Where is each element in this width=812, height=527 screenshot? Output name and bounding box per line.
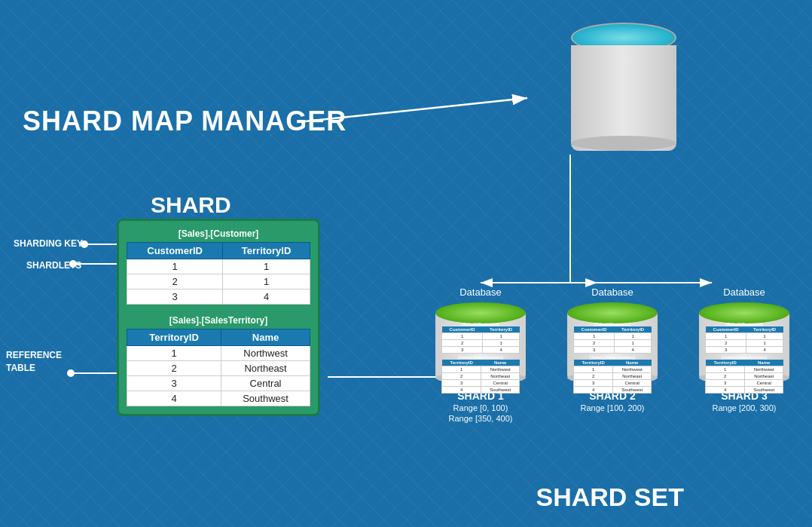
shard-2-db-label: Database <box>591 286 633 298</box>
shards-row: Database [Sales].[Customer] CustomerIDTe… <box>428 286 797 423</box>
shard-3-db-label: Database <box>723 286 765 298</box>
shard-2-range: Range [100, 200) <box>580 403 644 412</box>
territory-table: TerritoryID Name 1 Northwest 2 Northeast… <box>127 329 310 406</box>
svg-point-13 <box>67 369 75 377</box>
shard-3-cylinder: [Sales].[Customer] CustomerIDTerritoryID… <box>699 302 789 385</box>
shard-2-tables: [Sales].[Customer] CustomerIDTerritoryID… <box>573 322 652 395</box>
top-cylinder-database <box>571 23 676 151</box>
customer-table-title: [Sales].[Customer] <box>127 228 310 239</box>
customer-header-territory: TerritoryID <box>223 243 310 259</box>
shard-label: SHARD <box>151 192 231 218</box>
shard-1-item: Database [Sales].[Customer] CustomerIDTe… <box>428 286 533 423</box>
table-row: 1 1 <box>127 259 310 274</box>
shard-1-cylinder: [Sales].[Customer] CustomerIDTerritoryID… <box>435 302 526 385</box>
shard-2-cylinder: [Sales].[Customer] CustomerIDTerritoryID… <box>567 302 658 385</box>
shard-map-manager-title: SHARD MAP MANAGER <box>23 106 346 137</box>
table-row: 4 Southwest <box>127 391 310 406</box>
shard-1-tables: [Sales].[Customer] CustomerIDTerritoryID… <box>441 322 520 395</box>
cylinder-bottom-ellipse <box>571 136 676 151</box>
cylinder-body <box>571 45 676 151</box>
shard-3-tables: [Sales].[Customer] CustomerIDTerritoryID… <box>705 322 783 395</box>
shard-table-container: [Sales].[Customer] CustomerID TerritoryI… <box>117 219 320 416</box>
table-row: 3 4 <box>127 290 310 305</box>
table-row: 3 Central <box>127 376 310 391</box>
shard-1-db-label: Database <box>459 286 502 298</box>
customer-header-id: CustomerID <box>127 243 223 259</box>
shard-2-top <box>567 302 658 323</box>
reference-table-label: REFERENCETABLE <box>6 349 62 375</box>
table-row: 2 1 <box>127 274 310 290</box>
territory-table-title: [Sales].[SalesTerritory] <box>127 315 310 326</box>
table-row: 1 Northwest <box>127 346 310 361</box>
shard-2-item: Database [Sales].[Customer] CustomerIDTe… <box>560 286 665 412</box>
shard-3-range: Range [200, 300) <box>712 403 776 412</box>
territory-header-id: TerritoryID <box>127 329 221 346</box>
territory-header-name: Name <box>221 329 310 346</box>
shard-3-top <box>699 302 789 323</box>
shard-1-range-1: Range [0, 100) <box>453 403 508 412</box>
shardlets-label: SHARDLETS <box>26 260 81 271</box>
shard-1-top <box>435 302 526 323</box>
sharding-key-label: SHARDING KEY <box>14 238 83 249</box>
shard-3-item: Database [Sales].[Customer] CustomerIDTe… <box>691 286 797 412</box>
shard-set-label: SHARD SET <box>536 483 684 512</box>
table-row: 2 Northeast <box>127 361 310 376</box>
shard-1-range-2: Range [350, 400) <box>448 414 512 423</box>
customer-table: CustomerID TerritoryID 1 1 2 1 3 4 <box>127 242 310 305</box>
